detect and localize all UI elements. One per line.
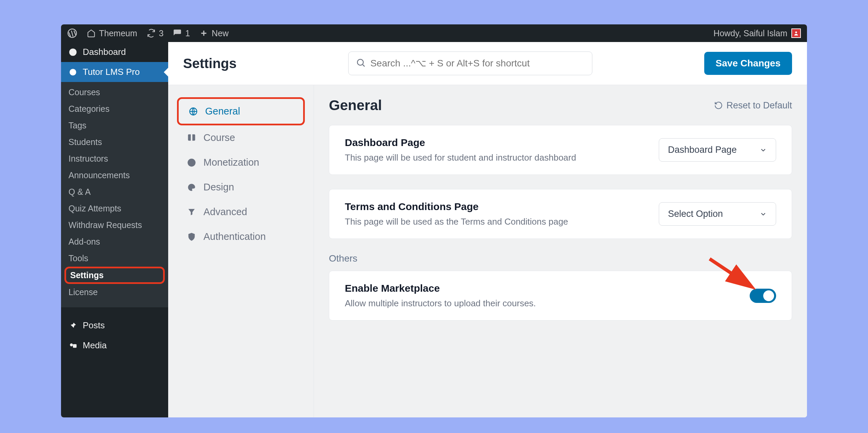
tab-label: Course <box>203 132 235 143</box>
select-value: Dashboard Page <box>668 145 737 155</box>
pin-icon <box>68 321 77 330</box>
svg-point-4 <box>70 343 73 346</box>
svg-point-1 <box>795 32 797 33</box>
settings-header: Settings Save Changes <box>168 42 807 85</box>
sidebar-sub-quiz[interactable]: Quiz Attempts <box>61 200 168 217</box>
svg-point-3 <box>70 69 76 76</box>
tab-label: Design <box>203 182 234 193</box>
globe-icon <box>188 107 198 116</box>
user-icon <box>793 30 799 36</box>
funnel-icon <box>186 207 197 217</box>
setting-help: This page will be used for student and i… <box>345 152 659 163</box>
sidebar-sub-withdraw[interactable]: Withdraw Requests <box>61 217 168 233</box>
media-icon <box>68 341 77 350</box>
sidebar-sub-tools[interactable]: Tools <box>61 250 168 267</box>
page-title: Settings <box>183 56 237 71</box>
sidebar-sub-announcements[interactable]: Announcements <box>61 167 168 184</box>
sidebar-sub-addons[interactable]: Add-ons <box>61 233 168 250</box>
tab-label: Authentication <box>203 231 266 242</box>
setting-help: Allow multiple instructors to upload the… <box>345 298 750 309</box>
wordpress-logo[interactable] <box>67 28 77 38</box>
setting-help: This page will be used as the Terms and … <box>345 216 659 227</box>
new-link[interactable]: New <box>199 28 229 38</box>
tab-label: General <box>205 106 240 117</box>
sidebar-item-label: Media <box>83 340 107 351</box>
search-input[interactable] <box>348 51 592 75</box>
sidebar-sub-qa[interactable]: Q & A <box>61 184 168 200</box>
comments-count: 1 <box>185 28 190 38</box>
tab-label: Monetization <box>203 157 259 168</box>
search-wrap <box>348 51 592 75</box>
tab-course[interactable]: Course <box>177 125 305 150</box>
updates-count: 3 <box>159 28 164 38</box>
tutor-icon <box>68 68 77 77</box>
sidebar-sub-settings[interactable]: Settings <box>64 267 165 284</box>
sidebar-sub-instructors[interactable]: Instructors <box>61 150 168 167</box>
setting-label: Terms and Conditions Page <box>345 201 659 212</box>
shield-icon <box>186 232 197 242</box>
sidebar-item-dashboard[interactable]: Dashboard <box>61 42 168 62</box>
setting-enable-marketplace: Enable Marketplace Allow multiple instru… <box>329 271 792 321</box>
panel-title: General <box>329 97 382 114</box>
home-icon <box>87 29 96 38</box>
sidebar-sub-students[interactable]: Students <box>61 134 168 150</box>
greeting-text[interactable]: Howdy, Saiful Islam <box>713 28 787 38</box>
settings-tabs: General Course Monetization Design <box>168 85 314 417</box>
reset-icon <box>714 101 723 110</box>
sidebar-sub-tags[interactable]: Tags <box>61 117 168 134</box>
sidebar-sub-categories[interactable]: Categories <box>61 101 168 117</box>
dashboard-icon <box>68 48 77 57</box>
chevron-down-icon <box>760 146 767 154</box>
save-button[interactable]: Save Changes <box>704 52 792 75</box>
sidebar-item-label: Tutor LMS Pro <box>83 67 140 77</box>
svg-rect-5 <box>73 344 77 348</box>
sidebar-sub-courses[interactable]: Courses <box>61 84 168 101</box>
svg-line-9 <box>710 259 750 286</box>
settings-panel: General Reset to Default Dashboard Page … <box>314 85 807 417</box>
comments-link[interactable]: 1 <box>173 28 190 38</box>
sidebar-item-media[interactable]: Media <box>61 335 168 355</box>
svg-point-6 <box>357 59 363 65</box>
content-area: Settings Save Changes General <box>168 42 807 417</box>
tab-authentication[interactable]: Authentication <box>177 224 305 249</box>
site-name: Themeum <box>99 28 137 38</box>
sidebar-item-posts[interactable]: Posts <box>61 315 168 335</box>
site-link[interactable]: Themeum <box>87 28 137 38</box>
updates-link[interactable]: 3 <box>147 28 164 38</box>
setting-label: Enable Marketplace <box>345 283 750 294</box>
new-label: New <box>212 28 229 38</box>
sidebar-sub-license[interactable]: License <box>61 284 168 301</box>
sidebar-item-tutor-lms[interactable]: Tutor LMS Pro <box>61 62 168 82</box>
refresh-icon <box>147 29 156 38</box>
tab-advanced[interactable]: Advanced <box>177 200 305 224</box>
dashboard-page-select[interactable]: Dashboard Page <box>659 138 776 162</box>
setting-label: Dashboard Page <box>345 137 659 148</box>
app-window: Themeum 3 1 New Howdy, Saiful Islam <box>61 24 807 417</box>
sidebar-item-label: Dashboard <box>83 47 126 57</box>
admin-sidebar: Dashboard Tutor LMS Pro Courses Categori… <box>61 42 168 417</box>
terms-page-select[interactable]: Select Option <box>659 202 776 226</box>
setting-dashboard-page: Dashboard Page This page will be used fo… <box>329 125 792 175</box>
palette-icon <box>186 183 197 192</box>
select-value: Select Option <box>668 209 723 219</box>
tab-design[interactable]: Design <box>177 175 305 200</box>
wordpress-icon <box>67 28 77 38</box>
book-icon <box>186 133 197 143</box>
reset-button[interactable]: Reset to Default <box>714 100 792 111</box>
tab-label: Advanced <box>203 206 247 218</box>
avatar[interactable] <box>791 28 801 38</box>
sidebar-item-label: Posts <box>83 320 105 331</box>
svg-point-8 <box>188 159 195 166</box>
tab-general[interactable]: General <box>177 97 305 125</box>
tab-monetization[interactable]: Monetization <box>177 150 305 175</box>
setting-terms-page: Terms and Conditions Page This page will… <box>329 189 792 239</box>
plus-icon <box>199 29 208 38</box>
annotation-arrow-icon <box>706 255 761 296</box>
percent-icon <box>186 158 197 167</box>
sidebar-submenu: Courses Categories Tags Students Instruc… <box>61 82 168 307</box>
admin-bar: Themeum 3 1 New Howdy, Saiful Islam <box>61 24 807 42</box>
comment-icon <box>173 29 182 38</box>
chevron-down-icon <box>760 210 767 218</box>
reset-label: Reset to Default <box>726 100 792 111</box>
search-icon <box>356 58 366 69</box>
